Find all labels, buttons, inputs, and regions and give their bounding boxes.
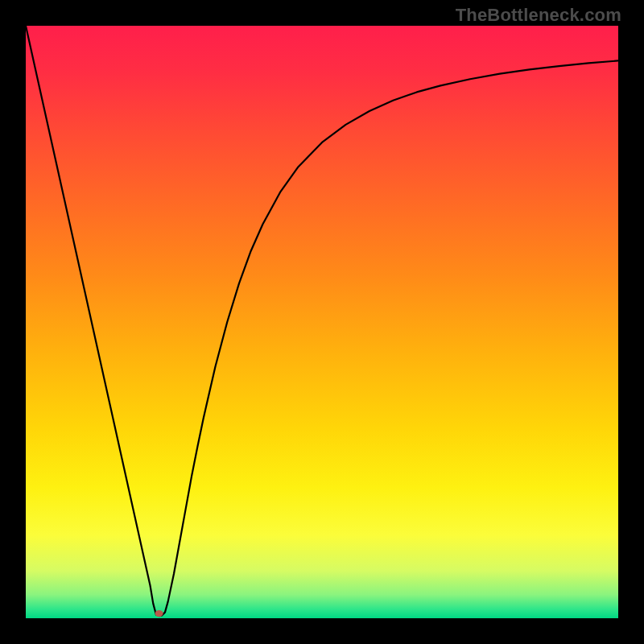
- plot-background: [26, 26, 618, 618]
- watermark-text: TheBottleneck.com: [456, 5, 621, 26]
- chart-container: TheBottleneck.com: [0, 0, 644, 644]
- chart-svg: [26, 26, 618, 618]
- plot-area: [26, 26, 618, 618]
- optimal-point-marker: [155, 610, 163, 617]
